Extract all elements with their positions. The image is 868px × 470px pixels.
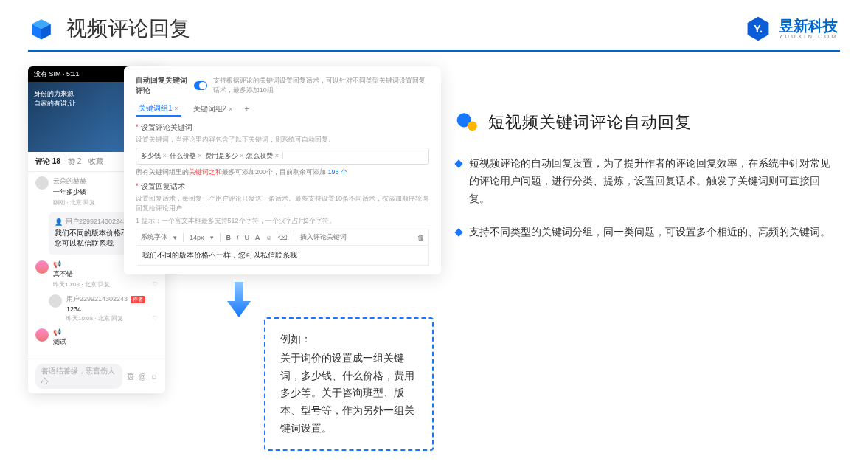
comment-meta: 昨天10:08 · 北京 回复♡ <box>66 314 158 322</box>
divider <box>28 50 840 52</box>
cube-icon <box>29 17 53 41</box>
svg-text:Y.: Y. <box>754 23 763 35</box>
section-heading: 短视频关键词评论自动回复 <box>456 111 840 134</box>
speaker-icon: 📢 <box>53 260 61 268</box>
diamond-icon <box>454 159 462 167</box>
image-icon[interactable]: 🖼 <box>127 373 134 381</box>
avatar <box>35 260 49 274</box>
example-body: 关于询价的设置成一组关键词，多少钱、什么价格，费用多少等。关于咨询班型、版本、型… <box>280 350 417 438</box>
author-badge: 作者 <box>131 296 145 303</box>
comment-input-bar: 善语结善缘，恶言伤人心 🖼 @ ☺ <box>28 359 165 393</box>
section-label: 设置评论关键词 <box>136 122 429 133</box>
speaker-icon: 📢 <box>53 328 61 336</box>
svg-point-6 <box>468 121 477 131</box>
brand-logo: Y. 昱新科技 YUUXIN.COM <box>745 15 839 42</box>
logo-text: 昱新科技 <box>779 18 839 33</box>
comment-text: 测试 <box>53 337 158 347</box>
tab-favs[interactable]: 收藏 <box>88 156 103 167</box>
avatar <box>35 328 49 342</box>
logo-subtext: YUUXIN.COM <box>779 33 839 40</box>
section-label: 设置回复话术 <box>136 182 429 192</box>
underline-button[interactable]: U <box>245 234 250 241</box>
illustration-area: 没有 SIM · 5:11 身份的力来源 自家的有谁,让 评论 18 赞 2 收… <box>28 66 441 258</box>
tab-comments[interactable]: 评论 18 <box>35 156 60 167</box>
avatar <box>35 176 49 190</box>
keyword-tag[interactable]: 多少钱 <box>141 151 167 161</box>
font-select[interactable]: 系统字体 <box>141 232 167 242</box>
heart-icon[interactable]: ♡ <box>153 315 158 322</box>
header-left: 视频评论回复 <box>29 15 190 43</box>
tab-keyword-group-1[interactable]: 关键词组1 × <box>136 102 181 117</box>
remaining-count: 195 个 <box>328 168 348 176</box>
at-icon[interactable]: @ <box>139 373 146 381</box>
comment-text: 1234 <box>66 305 158 313</box>
keyword-tag[interactable]: 费用是多少 <box>205 151 244 161</box>
clear-button[interactable]: ⌫ <box>278 234 288 241</box>
comment-meta: 昨天10:08 · 北京 回复♡ <box>53 280 158 288</box>
bullet-item: 短视频评论的自动回复设置，为了提升作者的评论回复效率，在系统中针对常见的评论用户… <box>456 155 840 207</box>
add-tab-button[interactable]: + <box>244 104 249 114</box>
example-title: 例如： <box>280 331 417 348</box>
keyword-note: 所有关键词组里的关键词之和最多可添加200个，目前剩余可添加 195 个 <box>136 167 429 177</box>
description-area: 短视频关键词评论自动回复 短视频评论的自动回复设置，为了提升作者的评论回复效率，… <box>456 66 840 258</box>
delete-button[interactable]: 🗑 <box>417 234 424 241</box>
comment-item: 📢 测试 <box>35 328 158 348</box>
italic-button[interactable]: I <box>237 234 239 241</box>
section-title: 短视频关键词评论自动回复 <box>488 111 692 134</box>
comment-user: 用户2299214302243 作者 <box>66 294 158 304</box>
keyword-tag[interactable]: 什么价格 <box>170 151 202 161</box>
example-box: 例如： 关于询价的设置成一组关键词，多少钱、什么价格，费用多少等。关于咨询班型、… <box>264 317 434 451</box>
insert-keyword-button[interactable]: 插入评论关键词 <box>300 232 347 242</box>
toggle-switch[interactable] <box>194 81 206 90</box>
diamond-icon <box>454 229 462 237</box>
page-header: 视频评论回复 Y. 昱新科技 YUUXIN.COM <box>0 0 868 50</box>
logo-icon: Y. <box>745 15 771 42</box>
keyword-group-tabs: 关键词组1 × 关键词组2 × + <box>136 102 429 117</box>
size-select[interactable]: 14px <box>190 234 204 241</box>
bullet-item: 支持不同类型的关键词分组，同一类问题，可设置多个相近的、高频的关键词。 <box>456 224 840 241</box>
panel-hint: 支持根据评论的关键词设置回复话术，可以针对不同类型关键词设置回复话术，最多添加1… <box>213 76 429 95</box>
emoji-icon[interactable]: ☺ <box>150 373 158 381</box>
user-icon: 👤 <box>55 218 63 226</box>
editor-toolbar: 系统字体▾ 14px▾ B I U A̲ ☺ ⌫ 插入评论关键词 🗑 <box>136 229 429 246</box>
section-hint: 设置回复话术，每回复一个用户评论只发送一条话术。最多支持设置10条不同话术，按添… <box>136 194 429 213</box>
panel-title: 自动回复关键词评论 <box>136 75 188 96</box>
page-title: 视频评论回复 <box>66 15 190 43</box>
bold-button[interactable]: B <box>226 234 232 241</box>
bullet-text: 支持不同类型的关键词分组，同一类问题，可设置多个相近的、高频的关键词。 <box>469 224 830 241</box>
keyword-input[interactable]: 多少钱 什么价格 费用是多少 怎么收费 | <box>136 148 429 165</box>
comment-input[interactable]: 善语结善缘，恶言伤人心 <box>35 364 122 389</box>
section-hint: 设置关键词，当评论里内容包含了以下关键词，则系统可自动回复。 <box>136 135 429 145</box>
tab-likes[interactable]: 赞 2 <box>68 156 81 167</box>
comment-item: 用户2299214302243 作者 1234 昨天10:08 · 北京 回复♡ <box>49 294 158 322</box>
close-icon[interactable]: × <box>174 105 178 112</box>
avatar <box>49 294 62 308</box>
settings-panel: 自动回复关键词评论 支持根据评论的关键词设置回复话术，可以针对不同类型关键词设置… <box>124 66 441 274</box>
bullet-text: 短视频评论的自动回复设置，为了提升作者的评论回复效率，在系统中针对常见的评论用户… <box>469 155 840 207</box>
chat-icon <box>456 111 479 134</box>
heart-icon[interactable]: ♡ <box>153 281 158 288</box>
arrow-down-icon <box>224 282 254 319</box>
section-subhint: 1 提示：一个富文本框最多支持512个字符，一个汉字占用2个字符。 <box>136 216 429 226</box>
keyword-tag[interactable]: 怎么收费 <box>246 151 279 161</box>
panel-header: 自动回复关键词评论 支持根据评论的关键词设置回复话术，可以针对不同类型关键词设置… <box>136 75 429 96</box>
color-button[interactable]: A̲ <box>255 234 260 241</box>
close-icon[interactable]: × <box>229 106 232 113</box>
tab-keyword-group-2[interactable]: 关键词组2 × <box>190 103 236 116</box>
emoji-button[interactable]: ☺ <box>265 234 272 241</box>
editor-content[interactable]: 我们不同的版本价格不一样，您可以私信联系我 <box>136 246 429 266</box>
